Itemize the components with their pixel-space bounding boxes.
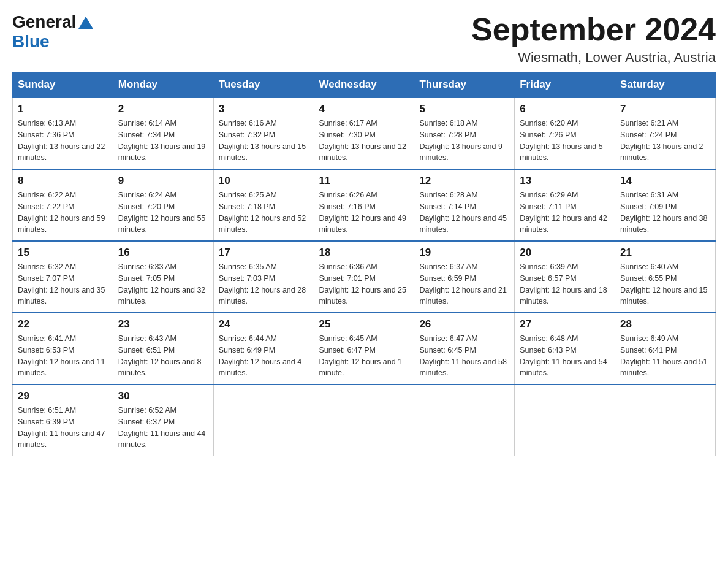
day-number: 29: [18, 390, 108, 402]
day-info: Sunrise: 6:36 AM Sunset: 7:01 PM Dayligh…: [319, 261, 409, 307]
day-number: 11: [319, 175, 409, 187]
table-row: 11Sunrise: 6:26 AM Sunset: 7:16 PM Dayli…: [314, 169, 414, 241]
day-number: 22: [18, 318, 108, 331]
calendar-title: September 2024: [471, 12, 716, 47]
day-info: Sunrise: 6:28 AM Sunset: 7:14 PM Dayligh…: [419, 190, 509, 236]
table-row: 25Sunrise: 6:45 AM Sunset: 6:47 PM Dayli…: [314, 313, 414, 385]
table-row: 6Sunrise: 6:20 AM Sunset: 7:26 PM Daylig…: [515, 98, 615, 169]
table-row: 4Sunrise: 6:17 AM Sunset: 7:30 PM Daylig…: [314, 98, 414, 169]
day-number: 21: [620, 247, 710, 259]
day-number: 6: [520, 103, 610, 115]
calendar-table: Sunday Monday Tuesday Wednesday Thursday…: [12, 72, 716, 456]
day-info: Sunrise: 6:52 AM Sunset: 6:37 PM Dayligh…: [118, 405, 208, 451]
logo: General Blue: [12, 12, 93, 52]
week-row-2: 8Sunrise: 6:22 AM Sunset: 7:22 PM Daylig…: [13, 169, 716, 241]
day-info: Sunrise: 6:18 AM Sunset: 7:28 PM Dayligh…: [419, 118, 509, 164]
day-info: Sunrise: 6:35 AM Sunset: 7:03 PM Dayligh…: [219, 261, 309, 307]
col-monday: Monday: [113, 72, 213, 98]
table-row: [615, 385, 716, 456]
table-row: 29Sunrise: 6:51 AM Sunset: 6:39 PM Dayli…: [13, 385, 113, 456]
day-number: 3: [219, 103, 309, 115]
table-row: 8Sunrise: 6:22 AM Sunset: 7:22 PM Daylig…: [13, 169, 113, 241]
col-sunday: Sunday: [13, 72, 113, 98]
table-row: 2Sunrise: 6:14 AM Sunset: 7:34 PM Daylig…: [113, 98, 213, 169]
calendar-body: 1Sunrise: 6:13 AM Sunset: 7:36 PM Daylig…: [13, 98, 716, 456]
day-number: 30: [118, 390, 208, 402]
day-number: 18: [319, 247, 409, 259]
title-section: September 2024 Wiesmath, Lower Austria, …: [471, 12, 716, 66]
day-info: Sunrise: 6:29 AM Sunset: 7:11 PM Dayligh…: [520, 190, 610, 236]
table-row: 19Sunrise: 6:37 AM Sunset: 6:59 PM Dayli…: [414, 241, 515, 313]
day-info: Sunrise: 6:41 AM Sunset: 6:53 PM Dayligh…: [18, 333, 108, 379]
page-header: General Blue September 2024 Wiesmath, Lo…: [12, 12, 716, 66]
table-row: 16Sunrise: 6:33 AM Sunset: 7:05 PM Dayli…: [113, 241, 213, 313]
day-info: Sunrise: 6:31 AM Sunset: 7:09 PM Dayligh…: [620, 190, 710, 236]
day-info: Sunrise: 6:17 AM Sunset: 7:30 PM Dayligh…: [319, 118, 409, 164]
table-row: 21Sunrise: 6:40 AM Sunset: 6:55 PM Dayli…: [615, 241, 716, 313]
table-row: 1Sunrise: 6:13 AM Sunset: 7:36 PM Daylig…: [13, 98, 113, 169]
day-number: 13: [520, 175, 610, 187]
day-info: Sunrise: 6:43 AM Sunset: 6:51 PM Dayligh…: [118, 333, 208, 379]
day-info: Sunrise: 6:26 AM Sunset: 7:16 PM Dayligh…: [319, 190, 409, 236]
day-info: Sunrise: 6:14 AM Sunset: 7:34 PM Dayligh…: [118, 118, 208, 164]
day-number: 27: [520, 318, 610, 331]
day-number: 2: [118, 103, 208, 115]
day-info: Sunrise: 6:40 AM Sunset: 6:55 PM Dayligh…: [620, 261, 710, 307]
day-number: 20: [520, 247, 610, 259]
col-wednesday: Wednesday: [314, 72, 414, 98]
table-row: 18Sunrise: 6:36 AM Sunset: 7:01 PM Dayli…: [314, 241, 414, 313]
col-thursday: Thursday: [414, 72, 515, 98]
table-row: 7Sunrise: 6:21 AM Sunset: 7:24 PM Daylig…: [615, 98, 716, 169]
day-number: 23: [118, 318, 208, 331]
day-info: Sunrise: 6:45 AM Sunset: 6:47 PM Dayligh…: [319, 333, 409, 379]
day-info: Sunrise: 6:25 AM Sunset: 7:18 PM Dayligh…: [219, 190, 309, 236]
table-row: 28Sunrise: 6:49 AM Sunset: 6:41 PM Dayli…: [615, 313, 716, 385]
logo-blue-text: Blue: [12, 32, 50, 52]
table-row: 20Sunrise: 6:39 AM Sunset: 6:57 PM Dayli…: [515, 241, 615, 313]
table-row: 9Sunrise: 6:24 AM Sunset: 7:20 PM Daylig…: [113, 169, 213, 241]
day-number: 5: [419, 103, 509, 115]
table-row: [414, 385, 515, 456]
day-info: Sunrise: 6:21 AM Sunset: 7:24 PM Dayligh…: [620, 118, 710, 164]
day-number: 16: [118, 247, 208, 259]
day-info: Sunrise: 6:44 AM Sunset: 6:49 PM Dayligh…: [219, 333, 309, 379]
day-info: Sunrise: 6:37 AM Sunset: 6:59 PM Dayligh…: [419, 261, 509, 307]
table-row: 3Sunrise: 6:16 AM Sunset: 7:32 PM Daylig…: [213, 98, 314, 169]
week-row-1: 1Sunrise: 6:13 AM Sunset: 7:36 PM Daylig…: [13, 98, 716, 169]
col-tuesday: Tuesday: [213, 72, 314, 98]
day-info: Sunrise: 6:13 AM Sunset: 7:36 PM Dayligh…: [18, 118, 108, 164]
day-info: Sunrise: 6:48 AM Sunset: 6:43 PM Dayligh…: [520, 333, 610, 379]
day-info: Sunrise: 6:22 AM Sunset: 7:22 PM Dayligh…: [18, 190, 108, 236]
day-number: 9: [118, 175, 208, 187]
table-row: [213, 385, 314, 456]
table-row: 10Sunrise: 6:25 AM Sunset: 7:18 PM Dayli…: [213, 169, 314, 241]
day-info: Sunrise: 6:33 AM Sunset: 7:05 PM Dayligh…: [118, 261, 208, 307]
day-number: 26: [419, 318, 509, 331]
calendar-subtitle: Wiesmath, Lower Austria, Austria: [471, 50, 716, 66]
week-row-4: 22Sunrise: 6:41 AM Sunset: 6:53 PM Dayli…: [13, 313, 716, 385]
day-number: 8: [18, 175, 108, 187]
table-row: 24Sunrise: 6:44 AM Sunset: 6:49 PM Dayli…: [213, 313, 314, 385]
day-info: Sunrise: 6:20 AM Sunset: 7:26 PM Dayligh…: [520, 118, 610, 164]
logo-general-text: General: [12, 12, 76, 32]
day-number: 24: [219, 318, 309, 331]
table-row: 15Sunrise: 6:32 AM Sunset: 7:07 PM Dayli…: [13, 241, 113, 313]
day-number: 10: [219, 175, 309, 187]
day-number: 15: [18, 247, 108, 259]
day-number: 25: [319, 318, 409, 331]
day-info: Sunrise: 6:49 AM Sunset: 6:41 PM Dayligh…: [620, 333, 710, 379]
day-number: 14: [620, 175, 710, 187]
day-info: Sunrise: 6:24 AM Sunset: 7:20 PM Dayligh…: [118, 190, 208, 236]
table-row: 30Sunrise: 6:52 AM Sunset: 6:37 PM Dayli…: [113, 385, 213, 456]
table-row: 27Sunrise: 6:48 AM Sunset: 6:43 PM Dayli…: [515, 313, 615, 385]
day-info: Sunrise: 6:39 AM Sunset: 6:57 PM Dayligh…: [520, 261, 610, 307]
table-row: 23Sunrise: 6:43 AM Sunset: 6:51 PM Dayli…: [113, 313, 213, 385]
table-row: 22Sunrise: 6:41 AM Sunset: 6:53 PM Dayli…: [13, 313, 113, 385]
table-row: 26Sunrise: 6:47 AM Sunset: 6:45 PM Dayli…: [414, 313, 515, 385]
day-number: 17: [219, 247, 309, 259]
table-row: 17Sunrise: 6:35 AM Sunset: 7:03 PM Dayli…: [213, 241, 314, 313]
day-info: Sunrise: 6:32 AM Sunset: 7:07 PM Dayligh…: [18, 261, 108, 307]
col-saturday: Saturday: [615, 72, 716, 98]
day-number: 1: [18, 103, 108, 115]
day-number: 12: [419, 175, 509, 187]
